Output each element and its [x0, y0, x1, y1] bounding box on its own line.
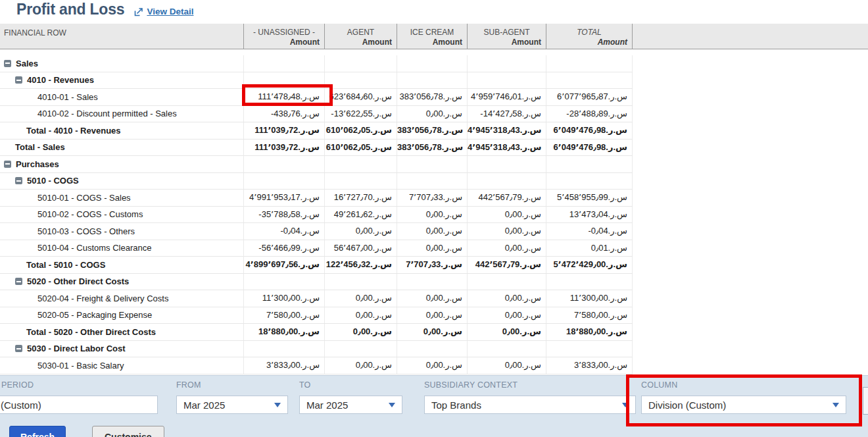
amount-cell[interactable]: 5٬472٬429٫00.ر.س — [546, 257, 633, 273]
row-label[interactable]: Sales — [0, 55, 243, 72]
collapse-minus-icon[interactable] — [4, 161, 11, 168]
row-label[interactable]: 5010 - COGS — [0, 173, 243, 190]
amount-cell[interactable]: -14٬427٫58.ر.س — [467, 106, 546, 122]
amount-cell — [324, 55, 397, 72]
amount-cell[interactable]: 610٬062٫05.ر.س — [324, 122, 397, 139]
amount-cell[interactable]: 0٫00.ر.س — [467, 357, 546, 374]
amount-cell[interactable]: 0٫00.ر.س — [324, 290, 397, 307]
amount-cell[interactable]: 383٬056٫78.ر.س — [397, 122, 467, 139]
amount-cell[interactable]: -56٬466٫99.ر.س — [243, 240, 324, 257]
amount-cell[interactable]: 0٫00.ر.س — [324, 307, 397, 324]
amount-cell — [243, 341, 324, 357]
amount-cell[interactable]: 0٫00.ر.س — [397, 106, 467, 122]
row-label: 5010-01 - COGS - Sales — [0, 190, 243, 206]
amount-cell[interactable]: 6٬049٬476٫98.ر.س — [546, 140, 633, 156]
amount-cell[interactable]: 0٫00.ر.س — [397, 223, 467, 240]
amount-cell[interactable]: -35٬788٫58.ر.س — [243, 207, 324, 223]
amount-cell[interactable]: 0٫00.ر.س — [397, 357, 467, 374]
amount-cell[interactable]: 13٬473٫04.ر.س — [546, 207, 633, 223]
collapse-minus-icon[interactable] — [4, 60, 11, 67]
profit-and-loss-report: Profit and Loss View Detail FINANCIAL RO… — [0, 0, 868, 437]
amount-cell[interactable]: 11٬300٫00.ر.س — [243, 290, 324, 307]
amount-cell — [397, 341, 467, 357]
amount-cell[interactable]: 4٬959٬746٫01.ر.س — [467, 89, 546, 105]
amount-cell[interactable]: 0٫00.ر.س — [467, 324, 546, 340]
amount-cell[interactable]: 0٫00.ر.س — [467, 207, 546, 223]
table-row: 5010-02 - COGS - Customs-35٬788٫58.ر.س49… — [0, 207, 633, 224]
amount-cell[interactable]: 383٬056٫78.ر.س — [397, 89, 467, 105]
amount-cell[interactable]: 0٫00.ر.س — [467, 223, 546, 240]
row-label[interactable]: 5020 - Other Direct Costs — [0, 274, 243, 290]
customise-button[interactable]: Customise — [92, 426, 164, 437]
row-label[interactable]: Purchases — [0, 156, 243, 172]
view-detail-link[interactable]: View Detail — [134, 7, 193, 16]
collapse-minus-icon[interactable] — [15, 177, 22, 184]
row-label-text: 5020 - Other Direct Costs — [27, 276, 129, 286]
amount-cell[interactable]: 6٬077٬965٫87.ر.س — [546, 89, 633, 105]
amount-cell[interactable]: 7٬580٫00.ر.س — [546, 307, 633, 324]
amount-cell[interactable]: 7٬707٫33.ر.س — [397, 190, 467, 206]
amount-cell[interactable]: 0٫00.ر.س — [324, 324, 397, 340]
table-row: Sales — [0, 55, 633, 72]
column-select[interactable]: Division (Custom) — [641, 396, 846, 414]
amount-cell[interactable]: 3٬833٫00.ر.س — [243, 357, 324, 374]
amount-cell[interactable]: 3٬833٫00.ر.س — [546, 357, 633, 374]
amount-cell[interactable]: 442٬567٫79.ر.س — [467, 257, 546, 273]
amount-cell[interactable]: 0٫00.ر.س — [397, 207, 467, 223]
amount-cell[interactable]: 0٫01.ر.س — [546, 240, 633, 257]
amount-cell[interactable]: 111٬039٫72.ر.س — [243, 140, 324, 156]
amount-cell[interactable]: -0٫04.ر.س — [546, 223, 633, 240]
amount-cell[interactable]: 4٬945٬318٫43.ر.س — [467, 122, 546, 139]
table-row: Total - 5020 - Other Direct Costs18٬880٫… — [0, 324, 633, 341]
amount-cell[interactable]: -438٫76.ر.س — [243, 106, 324, 122]
amount-cell[interactable]: 111٬478٫48.ر.س — [243, 89, 324, 105]
amount-cell[interactable]: -13٬622٫55.ر.س — [324, 106, 397, 122]
amount-cell[interactable]: 56٬467٫00.ر.س — [324, 240, 397, 257]
amount-cell[interactable]: 5٬458٬955٫99.ر.س — [546, 190, 633, 206]
from-select[interactable]: Mar 2025 — [176, 396, 288, 414]
amount-cell — [467, 173, 546, 190]
amount-cell[interactable]: 4٬991٬953٫17.ر.س — [243, 190, 324, 206]
amount-cell[interactable]: 18٬880٫00.ر.س — [546, 324, 633, 340]
amount-cell[interactable]: 0٫00.ر.س — [467, 307, 546, 324]
row-label-text: Total - Sales — [15, 142, 65, 152]
collapse-minus-icon[interactable] — [15, 76, 22, 84]
amount-cell[interactable]: 383٬056٫78.ر.س — [397, 140, 467, 156]
amount-cell[interactable]: 6٬049٬476٫98.ر.س — [546, 122, 633, 139]
collapse-minus-icon[interactable] — [15, 278, 22, 285]
amount-cell[interactable]: 7٬707٫33.ر.س — [397, 257, 467, 273]
table-row: 4010-02 - Discount permitted - Sales-438… — [0, 106, 633, 123]
amount-cell[interactable]: 623٬684٫60.ر.س — [324, 89, 397, 105]
amount-cell[interactable]: 0٫00.ر.س — [397, 290, 467, 307]
amount-cell[interactable]: 49٬261٫62.ر.س — [324, 207, 397, 223]
amount-cell[interactable]: 0٫00.ر.س — [397, 240, 467, 257]
row-label: Total - 5010 - COGS — [0, 257, 243, 273]
amount-cell — [324, 274, 397, 290]
table-row: 5010 - COGS — [0, 173, 633, 190]
amount-cell[interactable]: 11٬300٫00.ر.س — [546, 290, 633, 307]
amount-cell[interactable]: 0٫00.ر.س — [324, 223, 397, 240]
row-label[interactable]: 4010 - Revenues — [0, 72, 243, 89]
subsidiary-context-select[interactable]: Top Brands — [424, 396, 636, 414]
amount-cell[interactable]: 610٬062٫05.ر.س — [324, 140, 397, 156]
amount-cell[interactable]: 0٫00.ر.س — [467, 290, 546, 307]
amount-cell[interactable]: 16٬727٫70.ر.س — [324, 190, 397, 206]
amount-cell[interactable]: 111٬039٫72.ر.س — [243, 122, 324, 139]
amount-cell[interactable]: 0٫00.ر.س — [397, 307, 467, 324]
amount-cell[interactable]: 0٫00.ر.س — [324, 357, 397, 374]
collapse-minus-icon[interactable] — [15, 345, 22, 352]
amount-cell[interactable]: -28٬488٫89.ر.س — [546, 106, 633, 122]
amount-cell[interactable]: 0٫00.ر.س — [397, 324, 467, 340]
amount-cell[interactable]: 122٬456٫32.ر.س — [324, 257, 397, 273]
amount-cell[interactable]: -0٫04.ر.س — [243, 223, 324, 240]
amount-cell[interactable]: 0٫00.ر.س — [467, 240, 546, 257]
to-select[interactable]: Mar 2025 — [299, 396, 402, 414]
refresh-button[interactable]: Refresh — [9, 426, 66, 437]
row-label[interactable]: 5030 - Direct Labor Cost — [0, 341, 243, 357]
amount-cell[interactable]: 4٬899٬697٫56.ر.س — [243, 257, 324, 273]
amount-cell[interactable]: 7٬580٫00.ر.س — [243, 307, 324, 324]
amount-cell[interactable]: 4٬945٬318٫43.ر.س — [467, 140, 546, 156]
amount-cell[interactable]: 18٬880٫00.ر.س — [243, 324, 324, 340]
period-input[interactable] — [0, 396, 158, 414]
amount-cell[interactable]: 442٬567٫79.ر.س — [467, 190, 546, 206]
